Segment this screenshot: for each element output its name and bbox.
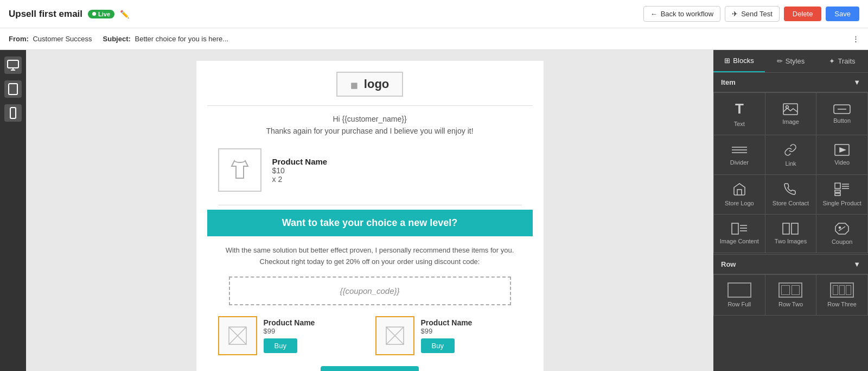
row-grid: Row Full Row Two Row Three bbox=[713, 274, 868, 316]
row-two-icon bbox=[778, 282, 802, 298]
email-canvas[interactable]: ▦ logo Hi {{customer_name}} Thanks again… bbox=[26, 50, 713, 371]
back-icon: ← bbox=[650, 10, 658, 18]
row-full-block[interactable]: Row Full bbox=[714, 275, 765, 315]
svg-rect-3 bbox=[9, 84, 17, 95]
pick-another-button[interactable]: Pick another here bbox=[321, 366, 419, 371]
block-store-logo[interactable]: Store Logo bbox=[714, 175, 765, 214]
buy-button-1[interactable]: Buy bbox=[264, 338, 297, 353]
body-text: With the same solution but better effect… bbox=[207, 245, 533, 268]
block-text[interactable]: T Text bbox=[714, 93, 765, 135]
block-single-product[interactable]: Single Product bbox=[816, 175, 867, 214]
products-grid: Product Name $99 Buy Product Na bbox=[207, 316, 533, 355]
product-row: Product Name $10 x 2 bbox=[207, 144, 533, 196]
product-qty: x 2 bbox=[272, 175, 328, 184]
video-block-icon bbox=[834, 144, 850, 156]
subject-field: Subject: Better choice for you is here..… bbox=[103, 35, 229, 43]
tab-blocks[interactable]: ⊞ Blocks bbox=[713, 50, 765, 72]
link-block-icon bbox=[783, 143, 797, 157]
row-two-block[interactable]: Row Two bbox=[765, 275, 816, 315]
image-content-block-icon bbox=[731, 223, 748, 235]
top-bar-right: ← Back to workflow ✈ Send Test Delete Sa… bbox=[643, 6, 859, 22]
greeting-subtext: Thanks again for your purchase and I bel… bbox=[207, 127, 533, 135]
top-bar-left: Upsell first email Live ✏️ bbox=[9, 9, 129, 20]
from-field: From: Customer Success bbox=[9, 35, 92, 43]
svg-point-14 bbox=[786, 105, 789, 108]
product-card-1: Product Name $99 Buy bbox=[218, 316, 365, 355]
row-section-collapse-icon[interactable]: ▼ bbox=[853, 260, 860, 268]
block-button[interactable]: Button bbox=[816, 93, 867, 135]
buy-button-2[interactable]: Buy bbox=[421, 338, 455, 353]
meta-bar: From: Customer Success Subject: Better c… bbox=[0, 28, 868, 50]
row-three-icon bbox=[830, 282, 854, 298]
item-section-header: Item ▼ bbox=[713, 73, 868, 92]
send-test-button[interactable]: ✈ Send Test bbox=[725, 6, 780, 22]
svg-rect-22 bbox=[835, 183, 840, 188]
card2-name: Product Name bbox=[421, 318, 473, 327]
svg-rect-5 bbox=[10, 108, 16, 118]
row-full-icon bbox=[727, 282, 751, 298]
block-link[interactable]: Link bbox=[765, 135, 816, 174]
product-card-img-2 bbox=[375, 316, 414, 355]
block-coupon[interactable]: Coupon bbox=[816, 215, 867, 253]
product-name: Product Name bbox=[272, 157, 328, 166]
button-block-icon bbox=[833, 104, 851, 114]
store-contact-block-icon bbox=[783, 183, 797, 197]
product-info: Product Name $10 x 2 bbox=[272, 157, 328, 184]
back-to-workflow-button[interactable]: ← Back to workflow bbox=[643, 6, 721, 22]
pick-another-area: Pick another here bbox=[207, 366, 533, 371]
single-product-block-icon bbox=[834, 183, 850, 197]
block-store-contact[interactable]: Store Contact bbox=[765, 175, 816, 214]
logo-grid-icon: ▦ bbox=[350, 81, 358, 90]
logo-area: ▦ logo bbox=[207, 72, 533, 97]
coupon-block-icon bbox=[834, 222, 850, 235]
live-badge: Live bbox=[88, 10, 114, 18]
main-layout: ▦ logo Hi {{customer_name}} Thanks again… bbox=[0, 50, 868, 371]
product-card-2: Product Name $99 Buy bbox=[375, 316, 522, 355]
card2-price: $99 bbox=[421, 327, 473, 335]
block-video[interactable]: Video bbox=[816, 135, 867, 174]
top-bar: Upsell first email Live ✏️ ← Back to wor… bbox=[0, 0, 868, 28]
block-image[interactable]: Image bbox=[765, 93, 816, 135]
save-button[interactable]: Save bbox=[826, 7, 859, 21]
tool-tablet-icon[interactable] bbox=[4, 80, 22, 98]
send-icon: ✈ bbox=[732, 10, 738, 18]
product-price: $10 bbox=[272, 166, 328, 175]
logo-box: ▦ logo bbox=[336, 72, 404, 97]
block-two-images[interactable]: Two Images bbox=[765, 215, 816, 253]
product-card-img-1 bbox=[218, 316, 257, 355]
meta-expand-icon[interactable]: ⋮ bbox=[852, 35, 859, 43]
tool-mobile-icon[interactable] bbox=[4, 104, 22, 122]
tool-desktop-icon[interactable] bbox=[4, 56, 22, 74]
card1-price: $99 bbox=[264, 327, 315, 335]
item-section-collapse-icon[interactable]: ▼ bbox=[853, 78, 860, 86]
svg-rect-28 bbox=[732, 223, 738, 234]
blocks-icon: ⊞ bbox=[724, 56, 730, 65]
card1-name: Product Name bbox=[264, 318, 315, 327]
edit-title-icon[interactable]: ✏️ bbox=[120, 10, 129, 18]
row-three-block[interactable]: Row Three bbox=[816, 275, 867, 315]
svg-rect-23 bbox=[835, 190, 840, 192]
items-grid: T Text Image Button bbox=[713, 92, 868, 253]
greeting-text: Hi {{customer_name}} bbox=[207, 115, 533, 123]
section-divider bbox=[218, 205, 522, 205]
traits-icon: ✦ bbox=[829, 57, 835, 65]
store-logo-block-icon bbox=[732, 183, 746, 197]
styles-icon: ✏ bbox=[777, 57, 783, 65]
tab-styles[interactable]: ✏ Styles bbox=[765, 50, 816, 72]
row-section-header: Row ▼ bbox=[713, 254, 868, 274]
delete-button[interactable]: Delete bbox=[784, 7, 822, 21]
svg-rect-33 bbox=[792, 223, 798, 234]
block-image-content[interactable]: Image Content bbox=[714, 215, 765, 253]
block-divider[interactable]: Divider bbox=[714, 135, 765, 174]
two-images-block-icon bbox=[782, 223, 799, 235]
tab-traits[interactable]: ✦ Traits bbox=[816, 50, 868, 72]
svg-marker-21 bbox=[840, 148, 845, 152]
page-title: Upsell first email bbox=[9, 9, 82, 20]
coupon-box: {{coupon_code}} bbox=[229, 276, 511, 305]
cta-banner: Want to take your choice a new level? bbox=[207, 210, 533, 236]
text-block-icon: T bbox=[735, 100, 744, 117]
product-thumbnail bbox=[218, 148, 261, 192]
right-panel: ⊞ Blocks ✏ Styles ✦ Traits Item ▼ T Text bbox=[713, 50, 868, 371]
svg-rect-13 bbox=[783, 104, 797, 115]
svg-point-34 bbox=[839, 227, 841, 229]
